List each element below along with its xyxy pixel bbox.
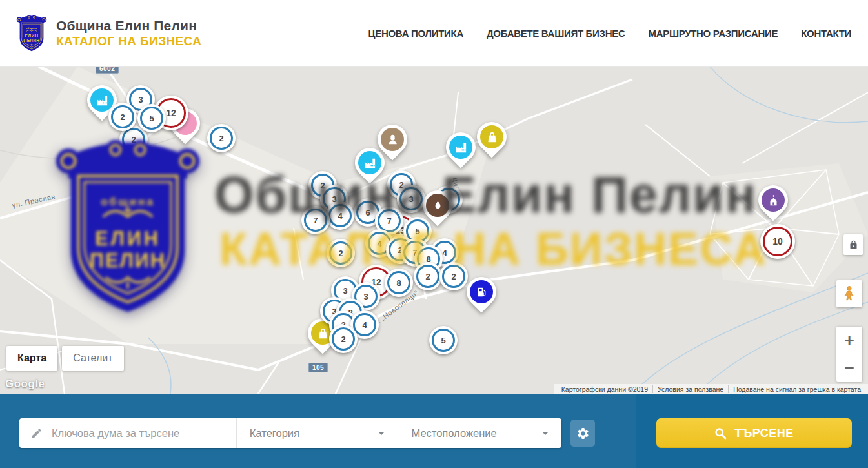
advanced-search-button[interactable]: [570, 420, 595, 447]
cluster-count: 4: [328, 204, 352, 227]
location-select[interactable]: Местоположение: [398, 418, 561, 448]
gear-icon: [576, 427, 590, 440]
search-button-label: ТЪРСЕНЕ: [734, 427, 794, 440]
map-type-map-button[interactable]: Карта: [6, 346, 57, 371]
zoom-control: + −: [836, 327, 862, 382]
map-type-satellite-button[interactable]: Сателит: [62, 346, 123, 371]
pegman-icon: [841, 284, 858, 303]
cluster-marker[interactable]: 2: [439, 262, 468, 290]
search-button[interactable]: ТЪРСЕНЕ: [656, 418, 852, 448]
cluster-count: 10: [763, 227, 792, 256]
cluster-marker[interactable]: 10: [760, 224, 795, 259]
google-logo[interactable]: Google: [5, 378, 45, 391]
cluster-count: 2: [416, 265, 439, 288]
category-select-value: Категория: [250, 427, 299, 440]
worker-icon: [381, 128, 404, 151]
map-viewport[interactable]: 1213121023252223536477542748222833383425…: [0, 66, 868, 394]
cluster-marker[interactable]: 2: [327, 239, 355, 267]
cluster-marker[interactable]: 2: [414, 262, 442, 290]
cluster-count: 2: [332, 327, 355, 351]
nav-item-pricing[interactable]: ЦЕНОВА ПОЛИТИКА: [368, 28, 463, 39]
cluster-marker[interactable]: 5: [429, 326, 458, 354]
cluster-marker[interactable]: 8: [385, 269, 413, 297]
zoom-out-button[interactable]: −: [836, 354, 862, 382]
attribution-map-data: Картографски данни ©2019: [557, 385, 652, 393]
site-header: община ЕЛИН ПЕЛИН Община Елин Пелин КАТА…: [0, 0, 868, 67]
map-type-control: Карта Сателит: [6, 346, 124, 371]
cluster-count: 7: [304, 209, 327, 232]
factory-icon: [449, 136, 472, 159]
category-select[interactable]: Категория: [236, 418, 398, 448]
chevron-down-icon: [542, 432, 549, 438]
cluster-count: 3: [399, 187, 423, 210]
cluster-marker[interactable]: 4: [326, 201, 354, 230]
lock-control[interactable]: [843, 234, 863, 255]
search-bar: Категория Местоположение ТЪРСЕНЕ: [0, 394, 868, 468]
factory-icon: [90, 88, 114, 112]
cluster-count: 5: [432, 329, 455, 352]
cluster-count: 2: [111, 105, 134, 128]
cluster-marker[interactable]: 2: [108, 103, 137, 131]
nav-item-transport-schedule[interactable]: МАРШРУТНО РАЗПИСАНИЕ: [648, 28, 778, 39]
cluster-count: 2: [122, 128, 145, 151]
map-attribution: Картографски данни ©2019Условия за ползв…: [554, 384, 868, 394]
keyword-input[interactable]: [50, 427, 208, 440]
cluster-count: 2: [210, 127, 233, 150]
church-icon: [762, 188, 785, 212]
bag-pin-marker[interactable]: [470, 116, 512, 158]
search-fields-group: Категория Местоположение: [19, 418, 561, 448]
nav-item-add-business[interactable]: ДОБАВЕТЕ ВАШИЯТ БИЗНЕС: [487, 28, 625, 39]
cluster-count: 5: [140, 107, 163, 130]
attribution-report-error[interactable]: Подаване на сигнал за грешка в картата: [728, 385, 865, 393]
svg-text:ПЕЛИН: ПЕЛИН: [24, 37, 40, 42]
municipality-crest-icon: община ЕЛИН ПЕЛИН: [16, 14, 47, 53]
pegman-control[interactable]: [836, 280, 862, 307]
cluster-count: 8: [387, 271, 410, 294]
site-title: Община Елин Пелин: [56, 18, 201, 34]
church-pin-marker[interactable]: [752, 179, 794, 221]
lock-icon: [849, 240, 858, 250]
cluster-marker[interactable]: 3: [397, 185, 425, 213]
attribution-terms[interactable]: Условия за ползване: [652, 385, 728, 393]
location-select-value: Местоположение: [411, 427, 496, 440]
nav-item-contacts[interactable]: КОНТАКТИ: [801, 28, 851, 39]
svg-text:ЕЛИН: ЕЛИН: [25, 33, 38, 37]
bag-icon: [480, 125, 503, 148]
zoom-in-button[interactable]: +: [836, 327, 862, 354]
markers-layer: 1213121023252223536477542748222833383425: [0, 66, 868, 394]
cluster-marker[interactable]: 2: [329, 325, 358, 353]
cluster-count: 4: [353, 313, 376, 336]
fuel-icon: [470, 280, 493, 303]
keyword-field: [19, 418, 236, 448]
site-logo[interactable]: община ЕЛИН ПЕЛИН Община Елин Пелин КАТА…: [16, 14, 201, 53]
factory-icon: [358, 151, 381, 174]
cluster-count: 2: [442, 265, 465, 288]
site-subtitle: КАТАЛОГ НА БИЗНЕСА: [56, 34, 201, 48]
cluster-count: 2: [329, 241, 352, 265]
search-icon: [714, 427, 727, 440]
pencil-icon: [30, 427, 43, 440]
cluster-marker[interactable]: 5: [137, 104, 166, 132]
cluster-marker[interactable]: 7: [301, 206, 330, 234]
factory-pin-marker[interactable]: [439, 126, 481, 168]
chevron-down-icon: [378, 432, 385, 438]
cluster-marker[interactable]: 2: [207, 124, 236, 152]
flame-icon: [426, 194, 449, 217]
main-nav: ЦЕНОВА ПОЛИТИКАДОБАВЕТЕ ВАШИЯТ БИЗНЕСМАР…: [368, 28, 851, 39]
